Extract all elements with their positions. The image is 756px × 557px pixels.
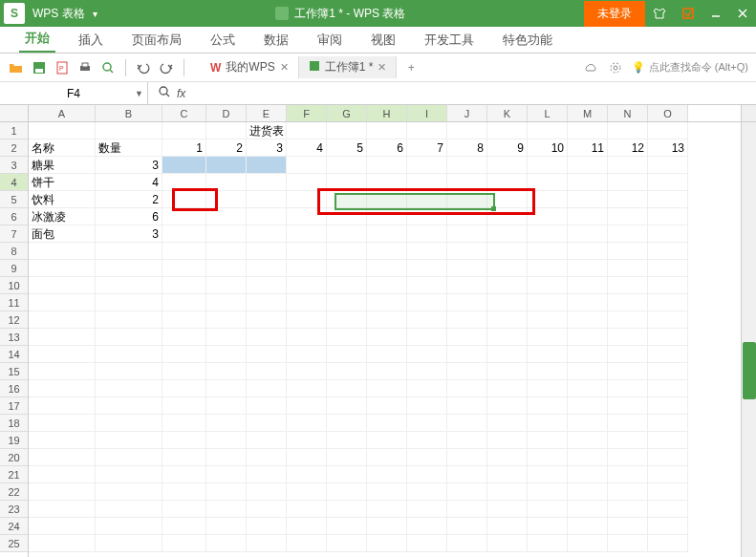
cell-G19[interactable] [327,432,367,449]
cell-O14[interactable] [648,346,688,363]
fx-search-icon[interactable] [158,85,171,101]
cell-L6[interactable] [528,208,568,225]
cell-F12[interactable] [287,311,327,329]
cell-M12[interactable] [568,311,608,329]
cell-L17[interactable] [528,397,568,415]
cell-J22[interactable] [447,483,487,501]
row-header-13[interactable]: 13 [0,329,28,346]
cell-I4[interactable] [407,174,447,191]
col-header-M[interactable]: M [568,105,608,121]
cell-O16[interactable] [648,380,688,397]
cell-F14[interactable] [287,346,327,363]
cell-B10[interactable] [96,277,162,294]
cell-J2[interactable]: 8 [447,139,487,157]
cell-M8[interactable] [568,243,608,260]
cell-A14[interactable] [29,346,96,363]
cell-G11[interactable] [327,294,367,311]
cell-M13[interactable] [568,329,608,346]
cell-K13[interactable] [487,329,528,346]
cell-E13[interactable] [247,329,287,346]
cell-L9[interactable] [528,260,568,277]
cell-F7[interactable] [287,225,327,243]
cell-D12[interactable] [206,311,247,329]
cell-L4[interactable] [528,174,568,191]
cell-F20[interactable] [287,449,327,466]
cell-O3[interactable] [648,157,688,174]
cell-K1[interactable] [487,122,528,139]
cell-N23[interactable] [608,501,648,518]
cell-F5[interactable] [287,191,327,208]
cell-J6[interactable] [447,208,487,225]
cell-G6[interactable] [327,208,367,225]
redo-icon[interactable] [158,59,175,76]
cell-J5[interactable] [447,191,487,208]
cell-N7[interactable] [608,225,648,243]
cell-D9[interactable] [206,260,247,277]
cell-O10[interactable] [648,277,688,294]
cell-M20[interactable] [568,449,608,466]
cell-G4[interactable] [327,174,367,191]
cell-L13[interactable] [528,329,568,346]
save-icon[interactable] [31,59,48,76]
cell-J10[interactable] [447,277,487,294]
cell-I13[interactable] [407,329,447,346]
cell-D16[interactable] [206,380,247,397]
cell-J8[interactable] [447,243,487,260]
cell-N9[interactable] [608,260,648,277]
cell-A23[interactable] [29,501,96,518]
cell-O4[interactable] [648,174,688,191]
cell-C9[interactable] [162,260,206,277]
cell-C20[interactable] [162,449,206,466]
cell-E12[interactable] [247,311,287,329]
vertical-scrollbar[interactable] [741,122,756,557]
cell-F22[interactable] [287,483,327,501]
row-header-22[interactable]: 22 [0,483,28,501]
cell-E20[interactable] [247,449,287,466]
cell-L7[interactable] [528,225,568,243]
cell-A5[interactable]: 饮料 [29,191,96,208]
cell-K19[interactable] [487,432,528,449]
cell-I20[interactable] [407,449,447,466]
cell-F13[interactable] [287,329,327,346]
cell-M24[interactable] [568,518,608,535]
col-header-J[interactable]: J [447,105,487,121]
cell-D24[interactable] [206,518,247,535]
cell-N4[interactable] [608,174,648,191]
cell-O12[interactable] [648,311,688,329]
cell-K21[interactable] [487,466,528,483]
cell-B12[interactable] [96,311,162,329]
cell-M3[interactable] [568,157,608,174]
cell-E16[interactable] [247,380,287,397]
cell-A17[interactable] [29,397,96,415]
cell-B11[interactable] [96,294,162,311]
row-header-11[interactable]: 11 [0,294,28,311]
cell-L21[interactable] [528,466,568,483]
cell-M10[interactable] [568,277,608,294]
cell-N3[interactable] [608,157,648,174]
cell-E22[interactable] [247,483,287,501]
cell-M14[interactable] [568,346,608,363]
cell-J7[interactable] [447,225,487,243]
cell-F10[interactable] [287,277,327,294]
cell-K24[interactable] [487,518,528,535]
col-header-A[interactable]: A [29,105,96,121]
ribbon-tab-4[interactable]: 数据 [258,28,294,53]
cell-F8[interactable] [287,243,327,260]
cell-C10[interactable] [162,277,206,294]
cell-F6[interactable] [287,208,327,225]
print-icon[interactable] [76,59,94,76]
col-header-D[interactable]: D [206,105,247,121]
cell-K8[interactable] [487,243,528,260]
cell-C3[interactable] [162,157,206,174]
cell-G8[interactable] [327,243,367,260]
cell-E24[interactable] [247,518,287,535]
cell-F21[interactable] [287,466,327,483]
cell-C4[interactable] [162,174,206,191]
cell-E6[interactable] [247,208,287,225]
cell-G25[interactable] [327,535,367,552]
cell-J9[interactable] [447,260,487,277]
name-box[interactable]: F4 ▼ [0,82,148,104]
row-header-6[interactable]: 6 [0,208,28,225]
cell-H18[interactable] [367,415,407,432]
cell-B22[interactable] [96,483,162,501]
